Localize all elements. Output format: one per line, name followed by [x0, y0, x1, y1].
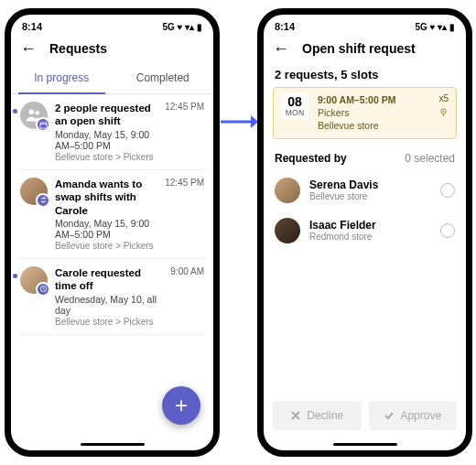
back-icon[interactable]: ←	[20, 40, 37, 57]
section-label: Requested by	[275, 152, 347, 165]
request-summary: 2 requests, 5 slots	[264, 64, 466, 87]
requester-row[interactable]: Isaac Fielder Redmond store	[264, 211, 466, 251]
action-bar: Decline Approve	[273, 401, 457, 430]
tab-completed[interactable]: Completed	[113, 64, 214, 93]
item-title: Amanda wants to swap shifts with Carole	[55, 178, 154, 217]
approve-button[interactable]: Approve	[369, 401, 458, 430]
status-bar: 8:14 5G ♥ ▾▴ ▮	[11, 15, 213, 35]
tabs: In progress Completed	[11, 64, 213, 94]
item-title: 2 people requested an open shift	[55, 102, 154, 128]
requester-store: Redmond store	[309, 232, 376, 242]
item-time: 12:45 PM	[165, 102, 204, 162]
back-icon[interactable]: ←	[273, 40, 289, 57]
phone-requests-list: 8:14 5G ♥ ▾▴ ▮ ← Requests In progress Co…	[5, 8, 220, 457]
timeoff-badge-icon	[36, 282, 50, 297]
requester-row[interactable]: Serena Davis Bellevue store	[264, 170, 466, 211]
decline-button[interactable]: Decline	[273, 401, 362, 430]
shift-date: 08 MON	[281, 93, 308, 119]
selected-count: 0 selected	[405, 152, 455, 165]
select-checkbox[interactable]	[440, 223, 455, 238]
list-item[interactable]: Amanda wants to swap shifts with Carole …	[18, 170, 206, 259]
item-subtitle: Monday, May 15, 9:00 AM–5:00 PM	[55, 129, 154, 151]
avatar	[20, 266, 48, 294]
tab-in-progress[interactable]: In progress	[11, 64, 113, 93]
svg-point-3	[35, 111, 39, 115]
swap-badge-icon	[36, 193, 50, 208]
item-location: Bellevue store > Pickers	[55, 152, 154, 162]
svg-point-8	[443, 111, 445, 113]
group-avatar-icon	[20, 102, 48, 129]
add-button[interactable]: +	[162, 386, 200, 425]
status-icons: 5G ♥ ▾▴ ▮	[162, 22, 202, 32]
page-title: Requests	[49, 41, 107, 56]
location-pin-icon	[438, 107, 449, 117]
phone-open-shift-request: 8:14 5G ♥ ▾▴ ▮ ← Open shift request 2 re…	[257, 8, 472, 457]
section-header: Requested by 0 selected	[264, 139, 466, 170]
requester-name: Serena Davis	[309, 178, 378, 191]
status-time: 8:14	[22, 21, 42, 32]
avatar	[20, 178, 48, 205]
list-item[interactable]: 2 people requested an open shift Monday,…	[18, 94, 206, 170]
svg-rect-4	[39, 122, 46, 127]
shift-meta: x5	[438, 93, 449, 117]
status-icons: 5G ♥ ▾▴ ▮	[415, 22, 455, 32]
select-checkbox[interactable]	[440, 183, 455, 198]
requester-store: Bellevue store	[309, 191, 378, 201]
status-time: 8:14	[275, 21, 295, 32]
unread-dot	[13, 274, 17, 278]
check-icon	[384, 410, 395, 421]
open-shift-badge-icon	[36, 117, 50, 132]
page-header: ← Requests	[11, 35, 213, 64]
shift-info: 9:00 AM–5:00 PM Pickers Bellevue store	[318, 93, 429, 133]
shift-card[interactable]: 08 MON 9:00 AM–5:00 PM Pickers Bellevue …	[273, 87, 457, 139]
item-subtitle: Monday, May 15, 9:00 AM–5:00 PM	[55, 218, 154, 240]
close-icon	[290, 410, 301, 421]
avatar	[275, 218, 300, 243]
avatar	[275, 178, 300, 203]
item-location: Bellevue store > Pickers	[55, 317, 159, 327]
item-time: 12:45 PM	[165, 178, 204, 251]
item-subtitle: Wednesday, May 10, all day	[55, 294, 159, 316]
unread-dot	[13, 109, 17, 114]
status-bar: 8:14 5G ♥ ▾▴ ▮	[264, 15, 466, 35]
page-header: ← Open shift request	[264, 35, 466, 64]
item-location: Bellevue store > Pickers	[55, 241, 154, 251]
requester-name: Isaac Fielder	[309, 219, 376, 232]
page-title: Open shift request	[302, 41, 416, 56]
navigation-arrow-icon	[220, 113, 258, 131]
slot-multiplier: x5	[438, 93, 449, 103]
request-list: 2 people requested an open shift Monday,…	[11, 94, 213, 335]
item-title: Carole requested time off	[55, 266, 159, 293]
home-indicator	[81, 443, 145, 446]
item-time: 9:00 AM	[170, 266, 204, 327]
list-item[interactable]: Carole requested time off Wednesday, May…	[18, 259, 206, 335]
svg-point-2	[29, 110, 35, 115]
home-indicator	[333, 443, 397, 446]
